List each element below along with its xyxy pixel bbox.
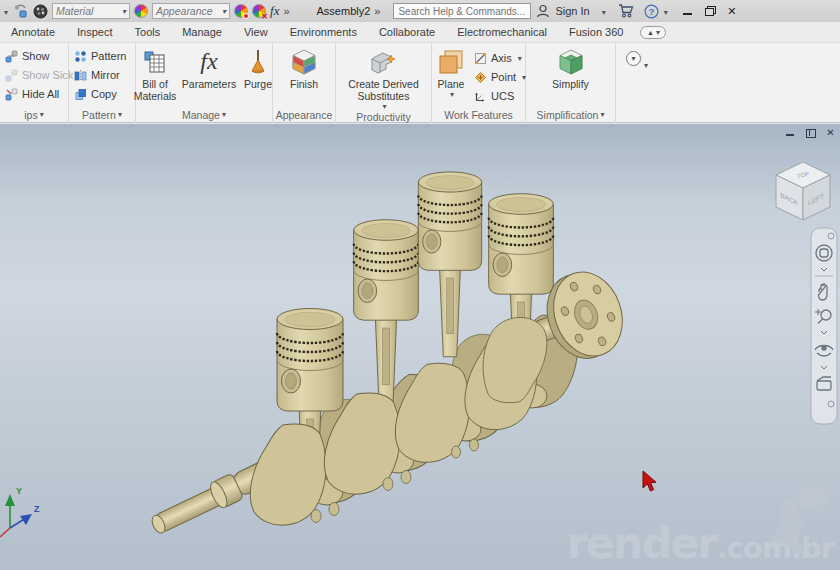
material-sphere-icon[interactable] (32, 3, 48, 19)
cart-icon[interactable] (618, 3, 634, 19)
material-combobox-value: Material (56, 5, 93, 17)
document-title: Assembly2 (317, 5, 371, 17)
hide-all-button[interactable]: Hide All (2, 85, 76, 103)
panel-relationships: Show Show Sick (0, 43, 69, 123)
plane-icon (437, 48, 465, 76)
minimize-button[interactable] (682, 5, 694, 17)
panel-pattern: Pattern Mirror (69, 43, 136, 123)
plane-button[interactable]: Plane (434, 45, 468, 106)
purge-button[interactable]: Purge (241, 45, 275, 106)
tab-manage[interactable]: Manage (171, 23, 233, 41)
component-swap-icon[interactable] (12, 3, 28, 19)
sign-in-label[interactable]: Sign In (555, 5, 589, 17)
adjust-color-icon[interactable] (234, 4, 248, 18)
navigation-bar[interactable] (809, 226, 839, 426)
crankshaft-snout[interactable] (147, 473, 243, 539)
color-wheel-icon[interactable] (134, 4, 148, 18)
qat-more-chevrons[interactable]: » (283, 5, 288, 17)
appearance-combobox[interactable]: Appearance (152, 3, 230, 19)
hide-all-icon (5, 88, 18, 101)
pattern-button[interactable]: Pattern (71, 47, 129, 65)
ucs-icon (474, 90, 487, 103)
copy-button[interactable]: Copy (71, 85, 129, 103)
material-sphere-icon (33, 4, 48, 19)
origin-triad: Y Z (0, 476, 60, 546)
view-cube[interactable]: TOP BACK LEFT (768, 156, 838, 226)
manage-panel-label[interactable]: Manage (136, 106, 272, 123)
tab-electromechanical[interactable]: Electromechanical (446, 23, 558, 41)
red-dot-badge (243, 13, 249, 19)
simplify-button[interactable]: Simplify (545, 45, 597, 106)
tab-annotate[interactable]: Annotate (0, 23, 66, 41)
ribbon-display-toggle[interactable]: ▲ (640, 26, 666, 39)
mirror-label: Mirror (91, 69, 120, 81)
finish-button[interactable]: Finish (278, 45, 330, 106)
parameters-button[interactable]: fx Parameters (181, 45, 237, 106)
ucs-button[interactable]: UCS (471, 87, 529, 105)
tab-inspect[interactable]: Inspect (66, 23, 123, 41)
create-derived-icon (370, 48, 398, 76)
simplify-label: Simplify (552, 78, 589, 90)
plane-label: Plane (438, 78, 465, 90)
purge-broom-icon (244, 48, 272, 76)
relationships-panel-label[interactable]: ips (0, 106, 68, 123)
parameters-quick-icon[interactable]: fx (270, 3, 279, 19)
bill-of-materials-button[interactable]: Bill of Materials (133, 45, 177, 106)
qat-overflow-caret[interactable] (4, 5, 8, 17)
panel-productivity: Create Derived Substitutes Productivity (336, 43, 432, 123)
window-controls: ✕ (682, 5, 738, 17)
axis-button[interactable]: Axis (471, 49, 529, 67)
search-input[interactable] (393, 3, 531, 19)
piston-3[interactable] (418, 172, 481, 357)
tab-fusion360[interactable]: Fusion 360 (558, 23, 634, 41)
sign-in-caret[interactable] (602, 5, 606, 17)
show-label: Show (22, 50, 50, 62)
close-button[interactable]: ✕ (726, 5, 738, 17)
clear-color-icon[interactable]: ✕ (252, 4, 266, 18)
bill-of-materials-label: Bill of Materials (134, 78, 177, 102)
show-sick-button[interactable]: Show Sick (2, 66, 76, 84)
sign-in-icon (535, 3, 551, 19)
ribbon-toggle-caret (656, 28, 660, 37)
ribbon-toggle-arrow-icon: ▲ (647, 29, 654, 36)
title-bar: Material Appearance ✕ fx » Assembly2 » S… (0, 0, 840, 22)
mirror-button[interactable]: Mirror (71, 66, 129, 84)
help-icon[interactable]: ? (644, 3, 660, 19)
productivity-panel-label[interactable]: Productivity (336, 111, 431, 123)
tab-environments[interactable]: Environments (279, 23, 368, 41)
ribbon-overflow-button[interactable]: ▼ (626, 51, 641, 66)
model-canvas[interactable] (0, 124, 840, 570)
ribbon: Show Show Sick (0, 43, 840, 123)
create-derived-substitutes-button[interactable]: Create Derived Substitutes (340, 45, 428, 111)
restore-button[interactable] (704, 5, 716, 17)
show-sick-icon (5, 69, 18, 82)
ribbon-overflow-caret[interactable] (644, 54, 648, 72)
copy-label: Copy (91, 88, 117, 100)
point-icon (474, 71, 487, 84)
copy-icon (74, 88, 87, 101)
material-combobox[interactable]: Material (52, 3, 130, 19)
tab-collaborate[interactable]: Collaborate (368, 23, 446, 41)
panel-simplification: Simplify Simplification (526, 43, 616, 123)
show-icon (5, 50, 18, 63)
tab-tools[interactable]: Tools (124, 23, 172, 41)
hide-all-label: Hide All (22, 88, 59, 100)
purge-label: Purge (244, 78, 272, 90)
work-features-panel-label[interactable]: Work Features (432, 106, 525, 123)
title-chevron: » (374, 5, 379, 17)
ribbon-overflow-area: ▼ (616, 43, 648, 122)
show-sick-label: Show Sick (22, 69, 73, 81)
show-button[interactable]: Show (2, 47, 76, 65)
point-button[interactable]: Point (471, 68, 529, 86)
pattern-panel-label[interactable]: Pattern (69, 106, 135, 123)
appearance-panel-label[interactable]: Appearance (273, 106, 335, 123)
parameters-fx-icon: fx (195, 48, 223, 76)
simplification-panel-label[interactable]: Simplification (526, 106, 615, 123)
graphics-viewport[interactable]: ✕ (0, 124, 840, 570)
pattern-label: Pattern (91, 50, 126, 62)
tab-view[interactable]: View (233, 23, 279, 41)
point-label: Point (491, 71, 516, 83)
help-caret[interactable] (664, 5, 668, 17)
y-axis-label: Y (16, 486, 22, 496)
mouse-cursor (641, 470, 661, 494)
